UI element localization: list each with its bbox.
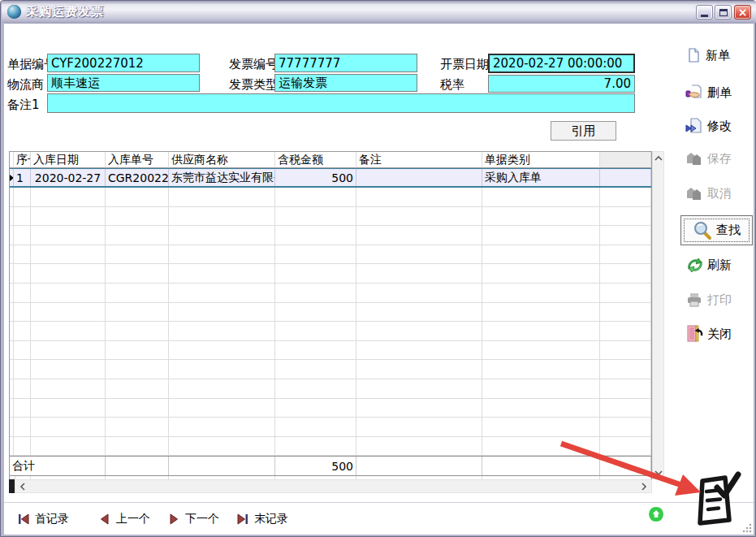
nav-next-record[interactable]: 下一个 bbox=[167, 510, 219, 528]
table-empty-row bbox=[10, 341, 651, 361]
table-empty-row bbox=[10, 207, 651, 227]
doc-no-field[interactable] bbox=[47, 54, 200, 72]
table-empty-row bbox=[10, 245, 651, 265]
table-header-row: 序号 入库日期 入库单号 供应商名称 含税金额 备注 单据类别 bbox=[10, 152, 651, 168]
col-header-seq[interactable]: 序号 bbox=[14, 152, 31, 168]
scroll-right-icon[interactable] bbox=[640, 483, 648, 491]
cell-extra bbox=[600, 169, 651, 186]
invoice-no-label: 发票编号 bbox=[229, 57, 278, 72]
nav-last-record[interactable]: 末记录 bbox=[236, 510, 288, 528]
footer-divider bbox=[4, 502, 754, 503]
next-record-icon bbox=[167, 513, 180, 526]
logistics-field[interactable] bbox=[47, 74, 200, 92]
total-amount-cell: 500 bbox=[275, 457, 356, 475]
refresh-icon bbox=[685, 256, 703, 274]
detail-table: 序号 入库日期 入库单号 供应商名称 含税金额 备注 单据类别 1 2020-0… bbox=[9, 151, 652, 479]
minimize-icon bbox=[701, 15, 708, 17]
close-button[interactable]: × bbox=[734, 5, 751, 19]
table-empty-row bbox=[10, 188, 651, 207]
cell-supplier[interactable]: 东莞市益达实业有限公司 bbox=[169, 169, 275, 186]
hscroll-corner-block bbox=[9, 479, 15, 493]
app-window: 采购运费发票 × 单据编号 发票编号 开票日期 物流商 发票类型 税率 备注1 … bbox=[0, 0, 756, 537]
last-record-icon bbox=[236, 513, 249, 526]
title-bar[interactable]: 采购运费发票 × bbox=[2, 1, 756, 23]
sidebar-new-button[interactable]: 新单 bbox=[685, 45, 754, 66]
status-green-icon bbox=[648, 506, 664, 522]
horizontal-scrollbar[interactable] bbox=[15, 479, 652, 493]
col-header-doc-type[interactable]: 单据类别 bbox=[482, 152, 600, 168]
window-title: 采购运费发票 bbox=[26, 4, 104, 19]
sidebar-find-button[interactable]: 查找 bbox=[680, 215, 753, 245]
tax-rate-field[interactable] bbox=[488, 75, 635, 93]
col-header-remark[interactable]: 备注 bbox=[356, 152, 482, 168]
cell-order-no[interactable]: CGR2002270 bbox=[106, 169, 169, 186]
col-header-amount[interactable]: 含税金额 bbox=[275, 152, 356, 168]
col-header-supplier[interactable]: 供应商名称 bbox=[169, 152, 275, 168]
invoice-no-field[interactable] bbox=[274, 54, 417, 72]
exit-door-icon bbox=[685, 324, 703, 344]
cite-button[interactable]: 引用 bbox=[551, 121, 616, 141]
invoice-date-field[interactable] bbox=[488, 54, 635, 73]
scroll-up-icon[interactable] bbox=[654, 154, 663, 162]
scroll-down-icon[interactable] bbox=[654, 469, 663, 477]
table-empty-row bbox=[10, 437, 651, 457]
table-empty-row bbox=[10, 264, 651, 284]
table-empty-row bbox=[10, 322, 651, 341]
col-header-extra bbox=[600, 152, 651, 168]
table-empty-row bbox=[10, 360, 651, 379]
cancel-folder-icon bbox=[685, 185, 703, 201]
sidebar-save-button: 保存 bbox=[685, 148, 754, 169]
table-empty-row bbox=[10, 303, 651, 323]
search-icon bbox=[693, 221, 712, 240]
table-empty-rows bbox=[10, 188, 651, 456]
invoice-type-label: 发票类型 bbox=[229, 77, 278, 93]
sidebar-modify-button[interactable]: 修改 bbox=[685, 115, 754, 136]
cell-seq[interactable]: 1 bbox=[14, 169, 31, 186]
col-header-date[interactable]: 入库日期 bbox=[31, 152, 106, 168]
cell-amount[interactable]: 500 bbox=[275, 169, 356, 186]
resize-grip[interactable] bbox=[741, 522, 752, 533]
checklist-annotation-icon bbox=[689, 470, 741, 529]
vertical-scrollbar[interactable] bbox=[652, 151, 664, 479]
cell-doc-type[interactable]: 采购入库单 bbox=[482, 169, 600, 186]
nav-first-record[interactable]: 首记录 bbox=[17, 510, 69, 528]
cell-date[interactable]: 2020-02-27 bbox=[31, 169, 106, 186]
close-icon: × bbox=[738, 6, 748, 19]
nav-previous-record[interactable]: 上一个 bbox=[98, 510, 150, 528]
invoice-type-field[interactable] bbox=[274, 74, 417, 92]
app-globe-icon bbox=[7, 5, 21, 19]
current-record-icon bbox=[10, 175, 14, 181]
maximize-button[interactable] bbox=[715, 5, 732, 19]
sidebar-exit-button[interactable]: 关闭 bbox=[685, 323, 754, 344]
print-icon bbox=[685, 292, 703, 308]
total-label-cell: 合计 bbox=[10, 457, 106, 475]
modify-doc-icon bbox=[685, 118, 703, 134]
table-total-row: 合计 500 bbox=[10, 456, 651, 476]
col-header-order-no[interactable]: 入库单号 bbox=[106, 152, 169, 168]
remark-label: 备注1 bbox=[7, 97, 40, 113]
logistics-label: 物流商 bbox=[7, 77, 44, 93]
delete-doc-icon bbox=[685, 84, 703, 102]
sidebar-delete-button[interactable]: 删单 bbox=[685, 82, 754, 103]
table-empty-row bbox=[10, 418, 651, 437]
sidebar-refresh-button[interactable]: 刷新 bbox=[685, 254, 754, 275]
minimize-button[interactable] bbox=[696, 5, 713, 19]
table-empty-row bbox=[10, 379, 651, 399]
save-folder-icon bbox=[685, 150, 703, 167]
previous-record-icon bbox=[98, 513, 111, 526]
table-row[interactable]: 1 2020-02-27 CGR2002270 东莞市益达实业有限公司 500 … bbox=[10, 168, 651, 188]
invoice-date-label: 开票日期 bbox=[440, 57, 489, 72]
sidebar-print-button: 打印 bbox=[685, 289, 754, 310]
sidebar-cancel-button: 取消 bbox=[685, 183, 754, 204]
tax-rate-label: 税率 bbox=[440, 77, 464, 93]
scroll-left-icon[interactable] bbox=[19, 483, 27, 491]
new-doc-icon bbox=[685, 47, 702, 63]
table-empty-row bbox=[10, 284, 651, 303]
table-empty-row bbox=[10, 399, 651, 418]
cell-remark[interactable] bbox=[356, 169, 482, 186]
table-empty-row bbox=[10, 226, 651, 245]
maximize-icon bbox=[719, 9, 728, 16]
first-record-icon bbox=[17, 513, 30, 526]
remark-field[interactable] bbox=[47, 93, 635, 113]
